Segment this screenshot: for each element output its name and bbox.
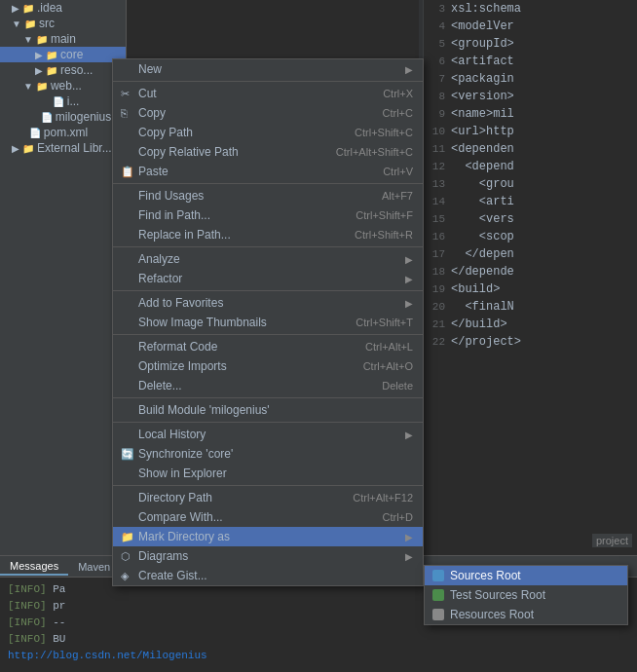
submenu-arrow-icon: ▶	[405, 298, 413, 309]
code-line: 7 <packagin	[424, 70, 637, 88]
menu-item-copy-rel-path[interactable]: Copy Relative Path Ctrl+Alt+Shift+C	[113, 142, 423, 162]
test-sources-root-indicator	[432, 589, 444, 601]
expand-icon: ▶	[12, 3, 19, 14]
shortcut-label: Ctrl+D	[383, 511, 413, 523]
menu-separator	[113, 290, 423, 291]
menu-item-analyze[interactable]: Analyze ▶	[113, 249, 423, 269]
shortcut-label: Ctrl+Shift+R	[355, 229, 413, 241]
code-line: 21 </build>	[424, 316, 637, 333]
menu-item-sync[interactable]: 🔄 Synchronize 'core'	[113, 444, 423, 464]
menu-item-local-history[interactable]: Local History ▶	[113, 425, 423, 444]
submenu-item-test-sources-root[interactable]: Test Sources Root	[425, 585, 627, 605]
tree-item-core[interactable]: ▶ 📁 core	[0, 47, 126, 62]
menu-item-refactor[interactable]: Refactor ▶	[113, 269, 423, 288]
submenu-item-sources-root[interactable]: Sources Root	[425, 566, 627, 585]
menu-item-copy[interactable]: ⎘ Copy Ctrl+C	[113, 103, 423, 123]
code-line: 8 <version>	[424, 88, 637, 105]
expand-icon: ▶	[35, 50, 43, 60]
expand-icon: ▶	[35, 65, 43, 76]
menu-item-find-usages[interactable]: Find Usages Alt+F7	[113, 186, 423, 205]
code-line: 16 <scop	[424, 228, 637, 245]
expand-icon: ▼	[12, 19, 21, 29]
menu-label: Delete...	[138, 379, 182, 392]
submenu-arrow-icon: ▶	[405, 551, 413, 562]
menu-label: Create Gist...	[138, 569, 207, 582]
tree-label: core	[60, 48, 83, 61]
menu-item-delete[interactable]: Delete... Delete	[113, 376, 423, 395]
menu-label: Show Image Thumbnails	[138, 316, 267, 329]
code-line: 11 <dependen	[424, 140, 637, 158]
tree-item-web[interactable]: ▼ 📁 web...	[0, 78, 126, 93]
tree-label: src	[39, 17, 55, 30]
menu-label: Show in Explorer	[138, 467, 227, 480]
submenu-label: Test Sources Root	[450, 588, 545, 602]
shortcut-label: Ctrl+V	[383, 166, 413, 177]
menu-item-build-module[interactable]: Build Module 'milogenius'	[113, 400, 423, 420]
submenu-arrow-icon: ▶	[405, 274, 413, 284]
menu-separator	[113, 397, 423, 398]
menu-label: Diagrams	[138, 549, 188, 563]
expand-icon	[23, 128, 26, 138]
tree-item-reso[interactable]: ▶ 📁 reso...	[0, 62, 126, 78]
menu-item-compare[interactable]: Compare With... Ctrl+D	[113, 507, 423, 527]
menu-item-find-in-path[interactable]: Find in Path... Ctrl+Shift+F	[113, 205, 423, 225]
tab-messages[interactable]: Messages	[0, 558, 68, 576]
tree-item-milogenius[interactable]: 📄 milogenius...	[0, 109, 126, 125]
code-line: 14 <arti	[424, 193, 637, 210]
log-url: http://blog.csdn.net/Milogenius	[8, 650, 207, 661]
tree-label: .idea	[37, 1, 62, 15]
expand-icon: ▶	[12, 143, 19, 154]
tree-item-main[interactable]: ▼ 📁 main	[0, 31, 126, 47]
menu-label: Find Usages	[138, 189, 204, 203]
folder-icon: 📁	[46, 50, 57, 60]
menu-label: Replace in Path...	[138, 228, 231, 242]
gist-icon: ◈	[121, 570, 129, 582]
menu-label: Local History	[138, 428, 206, 441]
tree-item-pom[interactable]: 📄 pom.xml	[0, 125, 126, 140]
code-line: 6 <artifact	[424, 53, 637, 70]
shortcut-label: Ctrl+Alt+Shift+C	[336, 146, 413, 158]
menu-label: Directory Path	[138, 491, 212, 504]
menu-item-paste[interactable]: 📋 Paste Ctrl+V	[113, 162, 423, 181]
submenu-item-resources-root[interactable]: Resources Root	[425, 605, 627, 624]
menu-label: Cut	[138, 87, 157, 100]
menu-item-optimize[interactable]: Optimize Imports Ctrl+Alt+O	[113, 356, 423, 376]
submenu-label: Sources Root	[450, 569, 521, 582]
tree-item-idea[interactable]: ▶ 📁 .idea	[0, 0, 126, 16]
tree-label: main	[51, 32, 76, 46]
submenu-arrow-icon: ▶	[405, 429, 413, 440]
menu-item-dir-path[interactable]: Directory Path Ctrl+Alt+F12	[113, 488, 423, 507]
shortcut-label: Ctrl+Alt+O	[363, 360, 413, 372]
menu-label: Synchronize 'core'	[138, 447, 233, 461]
file-icon: 📄	[41, 112, 53, 123]
tree-label: web...	[51, 79, 82, 93]
menu-item-mark-dir[interactable]: 📁 Mark Directory as ▶	[113, 527, 423, 546]
menu-item-create-gist[interactable]: ◈ Create Gist...	[113, 566, 423, 585]
menu-item-new[interactable]: New ▶	[113, 59, 423, 79]
shortcut-label: Ctrl+C	[383, 107, 413, 119]
menu-item-reformat[interactable]: Reformat Code Ctrl+Alt+L	[113, 337, 423, 356]
menu-item-diagrams[interactable]: ⬡ Diagrams ▶	[113, 546, 423, 566]
tree-item-i[interactable]: 📄 i...	[0, 93, 126, 109]
menu-item-add-favorites[interactable]: Add to Favorites ▶	[113, 293, 423, 313]
code-line: 3 xsl:schema	[424, 0, 637, 18]
menu-item-copy-path[interactable]: Copy Path Ctrl+Shift+C	[113, 123, 423, 142]
menu-separator	[113, 485, 423, 486]
sync-icon: 🔄	[121, 448, 134, 461]
menu-item-cut[interactable]: ✂ Cut Ctrl+X	[113, 84, 423, 103]
tree-item-external-libs[interactable]: ▶ 📁 External Libr...	[0, 140, 126, 156]
menu-label: Add to Favorites	[138, 296, 223, 310]
submenu-arrow-icon: ▶	[405, 532, 413, 542]
menu-item-replace-in-path[interactable]: Replace in Path... Ctrl+Shift+R	[113, 225, 423, 244]
code-line: 20 <finalN	[424, 298, 637, 316]
tree-item-src[interactable]: ▼ 📁 src	[0, 16, 126, 31]
menu-label: Paste	[138, 165, 169, 178]
menu-item-show-thumbnails[interactable]: Show Image Thumbnails Ctrl+Shift+T	[113, 313, 423, 332]
menu-label: Copy Path	[138, 126, 193, 139]
menu-item-show-explorer[interactable]: Show in Explorer	[113, 464, 423, 483]
submenu-arrow-icon: ▶	[405, 64, 413, 75]
submenu-arrow-icon: ▶	[405, 254, 413, 265]
shortcut-label: Ctrl+Alt+F12	[353, 492, 413, 504]
shortcut-label: Ctrl+Shift+C	[355, 127, 413, 138]
menu-label: Build Module 'milogenius'	[138, 403, 270, 417]
